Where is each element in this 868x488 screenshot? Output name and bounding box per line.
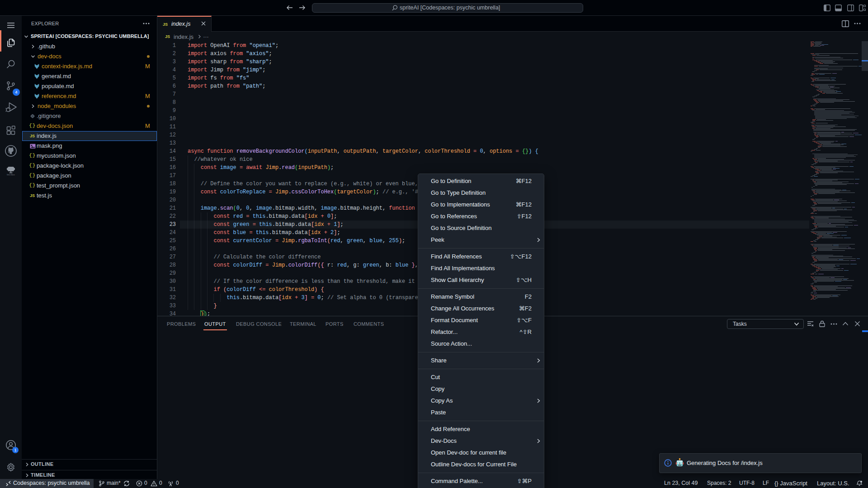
svg-text:Dev-Docs: Dev-Docs bbox=[7, 174, 15, 176]
